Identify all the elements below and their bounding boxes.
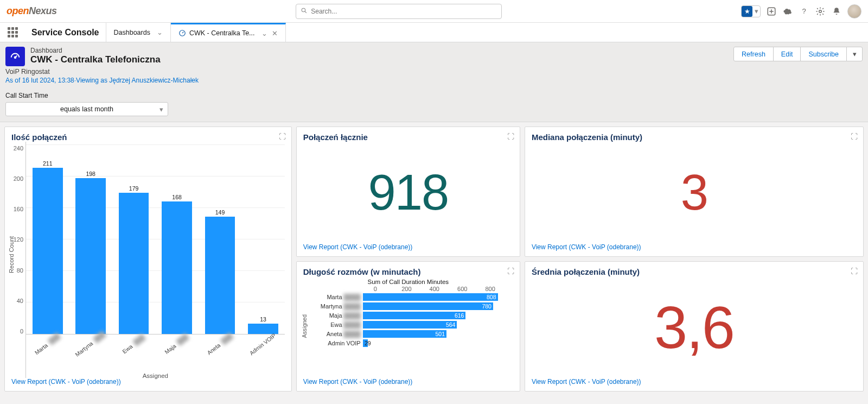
view-report-link[interactable]: View Report (CWK - VoiP (odebrane)) [303,378,513,386]
page-subtitle: VoiP Ringostat [5,68,863,75]
expand-icon[interactable]: ⛶ [279,132,286,141]
help-icon[interactable]: ? [799,6,809,17]
card-mediana-polaczenia: Mediana połączenia (minuty) ⛶ 3 View Rep… [525,127,864,257]
axis-tick: 800 [485,286,513,292]
svg-line-1 [305,11,307,13]
dashboard-icon [5,47,25,66]
axis-tick: 240 [14,145,23,152]
bar-value: 29 [363,339,371,347]
filter-picker[interactable]: equals last month ▾ [5,102,168,116]
chart-bar-col: 149 [199,145,241,334]
axis-tick: 600 [457,286,485,292]
card-polaczen-lacznie: Połączeń łącznie ⛶ 918 View Report (CWK … [296,127,520,257]
global-search[interactable] [296,4,502,19]
expand-icon[interactable]: ⛶ [851,267,858,275]
metric-value: 918 [303,142,513,243]
bar-value: 198 [86,171,95,177]
bar: 501 [363,330,446,338]
more-actions-button[interactable]: ▾ [846,47,863,61]
card-title: Długość rozmów (w minutach) [303,267,513,276]
chart-bar-row: Aneta ████501 [303,329,513,338]
bar [75,178,106,334]
close-icon[interactable]: ✕ [272,29,278,37]
view-report-link[interactable]: View Report (CWK - VoiP (odebrane)) [532,378,857,386]
axis-tick: 200 [14,175,23,182]
bar-value: 616 [455,312,464,319]
subscribe-button[interactable]: Subscribe [800,47,847,61]
user-avatar[interactable] [847,4,861,18]
bar [33,168,63,334]
chart-bar-row: Marta ████808 [303,292,513,301]
chevron-down-icon: ▾ [159,105,163,113]
axis-tick: 160 [14,206,23,212]
chart-bar-col: 168 [155,145,198,334]
bar: 29 [363,339,368,347]
svg-point-5 [819,10,822,12]
bar-value: 211 [43,160,53,167]
bar-value: 501 [435,330,445,338]
axis-tick: 400 [430,286,457,292]
object-type-label: Dashboard [30,47,161,54]
bar-value: 168 [172,194,182,200]
chart-ilosc: Record Count 24020016012080400 211198179… [11,142,285,378]
view-report-link[interactable]: View Report (CWK - VoiP (odebrane)) [303,243,513,251]
chart-subtitle: Sum of Call Duration Minutes [303,279,513,285]
edit-button[interactable]: Edit [773,47,801,61]
add-icon[interactable] [766,6,777,17]
card-dlugosc-rozmow: Długość rozmów (w minutach) ⛶ Assigned S… [296,261,520,392]
bar [205,217,235,334]
card-ilosc-polaczen: Ilość połączeń ⛶ Record Count 2402001601… [4,127,292,392]
bar-category: Marta ████ [303,294,363,300]
bar-category: Ewa ████ [303,321,363,328]
tab-dashboards[interactable]: Dashboards ⌄ [106,23,171,42]
star-icon: ★ [742,6,752,17]
refresh-button[interactable]: Refresh [733,47,774,61]
expand-icon[interactable]: ⛶ [507,267,514,275]
card-title: Połączeń łącznie [303,132,513,142]
bar-value: 13 [260,316,266,323]
page-actions: Refresh Edit Subscribe ▾ [733,47,863,61]
app-nav: Service Console Dashboards ⌄ CWK - Centr… [0,23,868,42]
card-title: Ilość połączeń [11,132,285,142]
app-name: Service Console [25,23,106,42]
chart-bar-col: 179 [112,145,155,334]
bar: 780 [363,302,493,310]
bar-category: Admin VOIP [303,340,363,346]
bar-value: 780 [482,302,492,310]
as-of-timestamp: As of 16 lut 2024, 13:38·Viewing as Jędr… [5,77,863,84]
card-srednia-polaczenia: Średnia połączenia (minuty) ⛶ 3,6 View R… [525,261,864,392]
bar-value: 149 [215,209,225,216]
axis-tick: 80 [17,267,23,274]
search-input[interactable] [311,8,497,15]
expand-icon[interactable]: ⛶ [851,132,858,141]
favorites-menu[interactable]: ★ ▾ [741,5,761,17]
card-title: Średnia połączenia (minuty) [532,267,857,276]
page-header: Dashboard CWK - Centralka Telefoniczna R… [0,42,868,122]
app-launcher-icon[interactable] [0,23,25,42]
view-report-link[interactable]: View Report (CWK - VoiP (odebrane)) [532,243,857,251]
chart-bar-col: 211 [26,145,69,334]
expand-icon[interactable]: ⛶ [507,132,514,141]
bar: 564 [363,321,457,329]
tab-cwk-centralka[interactable]: CWK - Centralka Te... ⌄ ✕ [171,23,286,42]
chevron-down-icon: ⌄ [261,29,267,37]
bar-category: Maja ████ [303,312,363,319]
chart-bar-col: 198 [69,145,112,334]
filter-label: Call Start Time [5,92,863,99]
chevron-down-icon: ⌄ [157,28,163,36]
card-title: Mediana połączenia (minuty) [532,132,857,142]
salesforce-icon[interactable] [782,6,793,17]
global-actions: ★ ▾ ? [741,4,861,18]
bar-value: 808 [487,293,496,301]
page-title: CWK - Centralka Telefoniczna [30,54,161,65]
dashboard-grid: Połączeń łącznie ⛶ 918 View Report (CWK … [0,122,868,396]
bar-category: Admin VOIP [242,326,303,387]
bar [119,193,149,334]
axis-tick: 0 [374,286,401,292]
chart-bar-row: Ewa ████564 [303,320,513,329]
axis-tick: 120 [14,236,23,243]
bar-category: Martyna ████ [303,303,363,310]
global-header: openNexus ★ ▾ ? [0,0,868,23]
bell-icon[interactable] [831,6,842,17]
gear-icon[interactable] [815,6,826,17]
